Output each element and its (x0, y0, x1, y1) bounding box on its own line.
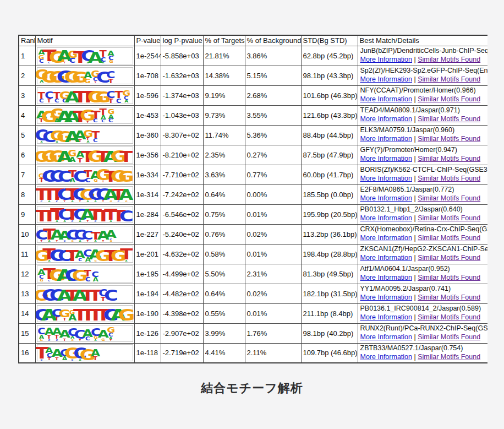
logo-letter-T: T (120, 151, 133, 162)
pvalue-cell: 1e-356 (134, 145, 161, 165)
logo-letter-C: C (93, 119, 98, 123)
best-match-name: GFY(?)/Promoter/Homer(0.947) (360, 146, 488, 155)
motif-sequence-logo: AGCTCGATGCTCAATCAACG (37, 47, 133, 64)
motif-cell: AGCTCGATGCTCAATCAACG (35, 46, 134, 66)
logo-letter-T: T (94, 357, 98, 361)
similar-motifs-found-link[interactable]: Similar Motifs Found (418, 234, 480, 242)
similar-motifs-found-link[interactable]: Similar Motifs Found (418, 313, 480, 321)
logo-position: ACG (107, 48, 115, 64)
similar-motifs-found-link[interactable]: Similar Motifs Found (418, 135, 480, 143)
logo-letter-C: C (78, 259, 82, 262)
match-links: More Information | Similar Motifs Found (360, 294, 488, 302)
logo-position: GAC (107, 107, 115, 123)
rank-cell: 12 (19, 264, 35, 284)
more-information-link[interactable]: More Information (360, 56, 412, 63)
more-information-link[interactable]: More Information (360, 333, 412, 341)
logo-letter-C: C (54, 99, 59, 103)
std-cell: 195.9bp (20.5bp) (301, 204, 358, 224)
similar-motifs-found-link[interactable]: Similar Motifs Found (418, 214, 480, 222)
more-information-link[interactable]: More Information (360, 115, 412, 123)
rank-cell: 8 (19, 184, 35, 204)
more-information-link[interactable]: More Information (360, 274, 412, 281)
more-information-link[interactable]: More Information (360, 155, 412, 162)
log-pvalue-cell: -1.043e+03 (161, 105, 203, 125)
std-cell: 113.2bp (36.1bp) (301, 224, 358, 244)
similar-motifs-found-link[interactable]: Similar Motifs Found (418, 194, 480, 202)
similar-motifs-found-link[interactable]: Similar Motifs Found (418, 254, 480, 262)
best-match-cell: ZBTB33/MA0527.1/Jaspar(0.754) More Infor… (358, 343, 487, 363)
best-match-cell: TEAD4/MA0809.1/Jaspar(0.971) More Inform… (358, 105, 487, 125)
pct-targets-cell: 3.63% (203, 165, 245, 184)
table-row: 6 GGGAGAATTGTAGT 1e-356 -8.210e+02 2.35%… (19, 145, 487, 165)
more-information-link[interactable]: More Information (360, 135, 412, 143)
more-information-link[interactable]: More Information (360, 254, 412, 262)
log-pvalue-cell: -5.240e+02 (161, 224, 203, 244)
similar-motifs-found-link[interactable]: Similar Motifs Found (418, 75, 480, 83)
logo-letter-G: G (71, 339, 73, 341)
logo-letter-G: G (118, 171, 134, 182)
more-information-link[interactable]: More Information (360, 294, 412, 301)
more-information-link[interactable]: More Information (360, 234, 412, 242)
more-information-link[interactable]: More Information (360, 75, 412, 83)
match-links: More Information | Similar Motifs Found (360, 214, 488, 223)
motif-cell: TCACTATCAGCCAGAT (35, 343, 134, 363)
header-row: Rank Motif P-value log P-pvalue % of Tar… (19, 35, 487, 46)
similar-motifs-found-link[interactable]: Similar Motifs Found (418, 175, 480, 182)
motif-cell: CTTAATACCGCACTTAATACG (35, 224, 134, 244)
logo-letter-C: C (104, 290, 118, 301)
best-match-name: JunB(bZIP)/DendriticCells-Junb-ChIP-Seq (360, 47, 488, 56)
header-pct-background: % of Background (245, 35, 301, 46)
match-links: More Information | Similar Motifs Found (360, 75, 488, 84)
more-information-link[interactable]: More Information (360, 313, 412, 321)
std-cell: 211.1bp (8.4bp) (301, 303, 358, 323)
logo-position: C (123, 207, 130, 222)
match-links: More Information | Similar Motifs Found (360, 313, 488, 322)
similar-motifs-found-link[interactable]: Similar Motifs Found (418, 95, 480, 103)
pct-background-cell: 0.77% (245, 165, 301, 184)
header-pct-targets: % of Targets (203, 35, 245, 46)
logo-letter-T: T (87, 121, 89, 123)
pct-targets-cell: 0.55% (203, 303, 245, 323)
more-information-link[interactable]: More Information (360, 175, 412, 182)
pvalue-cell: 1e-2544 (134, 46, 161, 66)
logo-position: C (61, 167, 69, 183)
motif-sequence-logo: GTCCCTACTCAGGTTGG (37, 166, 133, 183)
pvalue-cell: 1e-314 (134, 184, 161, 204)
log-pvalue-cell: -8.210e+02 (161, 145, 203, 165)
best-match-name: PB0136.1_IRC900814_2/Jaspar(0.589) (360, 305, 488, 313)
match-links: More Information | Similar Motifs Found (360, 115, 488, 124)
similar-motifs-found-link[interactable]: Similar Motifs Found (418, 56, 480, 63)
motif-cell: GCCATATTCTC (35, 284, 134, 303)
similar-motifs-found-link[interactable]: Similar Motifs Found (418, 294, 480, 301)
logo-position: G (76, 68, 84, 84)
more-information-link[interactable]: More Information (360, 353, 412, 361)
logo-letter-T: T (87, 240, 89, 242)
similar-motifs-found-link[interactable]: Similar Motifs Found (418, 115, 480, 123)
logo-position: C (76, 167, 84, 183)
pct-background-cell: 2.68% (245, 85, 301, 105)
rank-cell: 10 (19, 224, 35, 244)
rank-cell: 16 (19, 343, 35, 363)
more-information-link[interactable]: More Information (360, 214, 412, 222)
similar-motifs-found-link[interactable]: Similar Motifs Found (418, 155, 480, 162)
logo-position: CA (92, 266, 100, 282)
best-match-cell: E2F8/MA0865.1/Jaspar(0.772) More Informa… (358, 184, 487, 204)
pvalue-cell: 1e-201 (134, 244, 161, 264)
rank-cell: 15 (19, 323, 35, 343)
similar-motifs-found-link[interactable]: Similar Motifs Found (418, 274, 480, 281)
match-links: More Information | Similar Motifs Found (360, 194, 488, 203)
logo-letter-C: C (119, 210, 134, 222)
log-pvalue-cell: -5.858e+03 (161, 46, 203, 66)
motif-sequence-logo: TTTACATCCAATTCTTATC (37, 206, 133, 223)
match-links: More Information | Similar Motifs Found (360, 155, 488, 164)
rank-cell: 6 (19, 145, 35, 165)
similar-motifs-found-link[interactable]: Similar Motifs Found (418, 333, 480, 341)
similar-motifs-found-link[interactable]: Similar Motifs Found (418, 353, 480, 361)
header-rank: Rank (19, 35, 35, 46)
motif-sequence-logo: GCCATATTCTC (37, 285, 133, 302)
logo-letter-T: T (55, 358, 58, 361)
more-information-link[interactable]: More Information (360, 95, 412, 103)
std-cell: 98.1bp (40.2bp) (301, 323, 358, 343)
motif-cell: TTTACATCCAATTCTTATC (35, 204, 134, 224)
more-information-link[interactable]: More Information (360, 194, 412, 202)
